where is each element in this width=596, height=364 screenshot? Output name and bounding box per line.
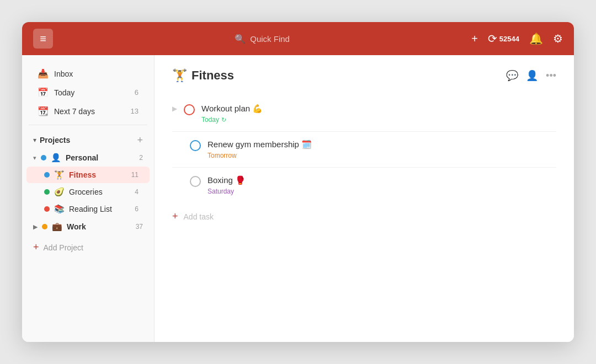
reading-emoji: 📚 (54, 204, 65, 214)
fitness-label: Fitness (69, 170, 127, 179)
projects-chevron[interactable]: ▾ (33, 136, 36, 144)
sidebar-item-today[interactable]: 📅 Today 6 (26, 83, 150, 101)
add-project-button[interactable]: + Add Project (22, 237, 154, 258)
task-due-gym: Tomorrow (207, 152, 556, 159)
divider (29, 125, 147, 125)
checkbox-boxing[interactable] (190, 176, 201, 187)
work-dot (42, 224, 47, 229)
task-content-gym: Renew gym membership 🗓️ Tomorrow (207, 140, 556, 159)
add-task-button[interactable]: + Add task (172, 203, 556, 222)
sidebar-item-next7[interactable]: 📆 Next 7 days 13 (26, 102, 150, 120)
add-task-plus-icon: + (172, 211, 178, 222)
projects-title: Projects (40, 136, 137, 144)
inbox-label: Inbox (54, 69, 139, 78)
topbar-actions: + ⟳ 52544 🔔 ⚙ (471, 32, 563, 45)
reading-label: Reading List (69, 205, 130, 213)
more-icon[interactable]: ••• (546, 70, 556, 82)
logo-icon: ≡ (40, 33, 46, 45)
next7-icon: 📆 (38, 106, 49, 116)
fitness-emoji: 🏋️ (54, 170, 65, 180)
task-due-boxing: Saturday (207, 188, 556, 195)
due-label-gym: Tomorrow (207, 152, 237, 159)
sidebar: 📥 Inbox 📅 Today 6 📆 Next 7 days 13 ▾ Pro… (22, 55, 155, 342)
sidebar-item-groceries[interactable]: 🥑 Groceries 4 (26, 184, 150, 200)
task-item-boxing: Boxing 🥊 Saturday (172, 168, 556, 203)
groceries-emoji: 🥑 (54, 187, 65, 197)
task-list: ▶ Workout plan 💪 Today ↻ (172, 96, 556, 203)
content-header: 🏋️ Fitness 💬 👤 ••• (172, 68, 556, 83)
project-title-emoji: 🏋️ (172, 68, 187, 83)
project-group-work-header[interactable]: ▶ 💼 Work 37 (22, 218, 154, 235)
comment-icon[interactable]: 💬 (506, 69, 518, 82)
personal-label: Personal (66, 153, 135, 162)
content-panel: 🏋️ Fitness 💬 👤 ••• ▶ Workout plan 💪 (155, 55, 574, 342)
reading-dot (44, 206, 50, 212)
task-title-boxing: Boxing 🥊 (207, 175, 556, 185)
personal-chevron: ▾ (33, 154, 36, 162)
expand-arrow-workout[interactable]: ▶ (172, 105, 177, 113)
personal-dot (41, 155, 46, 160)
task-title-text-workout: Workout plan 💪 (201, 104, 263, 114)
task-content-workout: Workout plan 💪 Today ↻ (201, 104, 556, 124)
search-box[interactable]: 🔍 Quick Find (235, 34, 290, 44)
add-button[interactable]: + (471, 33, 478, 45)
checkbox-workout[interactable] (184, 104, 195, 115)
topbar: ≡ 🔍 Quick Find + ⟳ 52544 🔔 ⚙ (22, 22, 574, 55)
personal-emoji: 👤 (51, 153, 61, 163)
groceries-count: 4 (135, 188, 139, 196)
groceries-label: Groceries (69, 188, 130, 196)
task-content-boxing: Boxing 🥊 Saturday (207, 175, 556, 195)
add-project-plus-icon: + (33, 242, 39, 253)
settings-button[interactable]: ⚙ (553, 32, 563, 45)
task-title-workout: Workout plan 💪 (201, 104, 556, 114)
personal-count: 2 (139, 154, 143, 162)
due-label-workout: Today (201, 116, 219, 124)
app-window: ≡ 🔍 Quick Find + ⟳ 52544 🔔 ⚙ (22, 22, 574, 342)
today-label: Today (54, 88, 129, 97)
search-placeholder: Quick Find (250, 34, 290, 44)
app-logo[interactable]: ≡ (33, 29, 53, 49)
fitness-dot (44, 172, 50, 178)
task-title-text-boxing: Boxing 🥊 (207, 175, 246, 185)
sidebar-item-inbox[interactable]: 📥 Inbox (26, 65, 150, 83)
search-icon: 🔍 (235, 34, 246, 44)
next7-count: 13 (131, 107, 139, 115)
karma-button[interactable]: ⟳ 52544 (488, 32, 519, 45)
add-task-label: Add task (184, 212, 214, 221)
work-emoji: 💼 (52, 222, 62, 232)
task-title-text-gym: Renew gym membership 🗓️ (207, 140, 312, 149)
work-count: 37 (136, 223, 143, 231)
projects-header: ▾ Projects + (22, 130, 154, 148)
task-item-gym: Renew gym membership 🗓️ Tomorrow (172, 132, 556, 168)
task-title-gym: Renew gym membership 🗓️ (207, 140, 556, 149)
recur-icon-workout: ↻ (221, 116, 226, 124)
karma-count: 52544 (499, 35, 519, 43)
reading-count: 6 (135, 205, 139, 213)
plus-icon: + (471, 33, 478, 45)
main-body: 📥 Inbox 📅 Today 6 📆 Next 7 days 13 ▾ Pro… (22, 55, 574, 342)
content-actions: 💬 👤 ••• (506, 69, 556, 82)
project-group-personal-header[interactable]: ▾ 👤 Personal 2 (22, 149, 154, 166)
add-project-inline-button[interactable]: + (137, 135, 143, 145)
notifications-button[interactable]: 🔔 (529, 32, 543, 45)
today-count: 6 (135, 88, 139, 97)
groceries-dot (44, 189, 50, 195)
topbar-search-area: 🔍 Quick Find (53, 34, 471, 44)
add-project-label: Add Project (44, 243, 83, 252)
checkbox-gym[interactable] (190, 140, 201, 151)
work-label: Work (67, 222, 131, 231)
project-group-work: ▶ 💼 Work 37 (22, 218, 154, 235)
today-icon: 📅 (38, 87, 49, 98)
due-label-boxing: Saturday (207, 188, 234, 195)
gear-icon: ⚙ (553, 32, 563, 45)
work-chevron: ▶ (33, 223, 38, 231)
task-item-workout: ▶ Workout plan 💪 Today ↻ (172, 96, 556, 132)
sidebar-item-fitness[interactable]: 🏋️ Fitness 11 (26, 167, 150, 183)
inbox-icon: 📥 (38, 68, 49, 79)
sidebar-item-reading[interactable]: 📚 Reading List 6 (26, 201, 150, 217)
project-title-text: Fitness (191, 68, 234, 83)
fitness-count: 11 (131, 171, 139, 179)
bell-icon: 🔔 (529, 32, 543, 45)
share-icon[interactable]: 👤 (526, 69, 538, 82)
project-title-area: 🏋️ Fitness (172, 68, 506, 83)
